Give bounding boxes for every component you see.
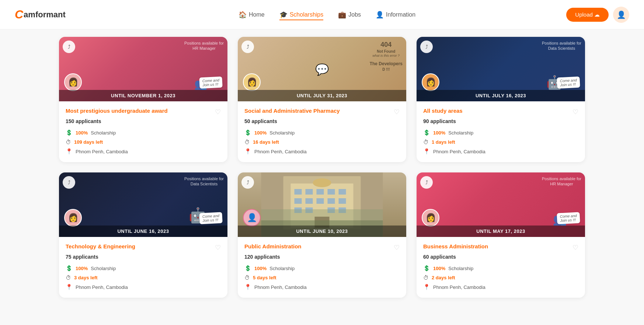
- user-icon: 👤: [617, 10, 626, 19]
- days-item-5: ⏱ 5 days left: [244, 275, 400, 281]
- scholarship-item-1: 💲 100% Scholarship: [66, 129, 221, 136]
- days-item-4: ⏱ 3 days left: [66, 275, 221, 281]
- svg-rect-6: [328, 189, 335, 195]
- share-button-5[interactable]: ⤴: [241, 176, 254, 189]
- card-body-6: Business Administration ♡ 60 applicants …: [417, 237, 585, 298]
- card-meta-5: 💲 100% Scholarship ⏱ 5 days left 📍 Phnom…: [244, 265, 400, 290]
- days-left-5: 5 days left: [253, 275, 276, 280]
- applicants-6: 60 applicants: [423, 254, 578, 260]
- scholarship-pct-3: 100%: [433, 130, 445, 136]
- card-meta-3: 💲 100% Scholarship ⏱ 1 days left 📍 Phnom…: [423, 129, 578, 155]
- card-title-row-6: Business Administration ♡: [423, 243, 578, 252]
- location-icon-6: 📍: [423, 284, 430, 290]
- location-icon-2: 📍: [244, 148, 251, 155]
- nav-home[interactable]: 🏠 Home: [239, 9, 265, 20]
- scholarship-pct-2: 100%: [254, 130, 267, 136]
- nav-scholarships-label: Scholarships: [290, 11, 324, 18]
- scholarship-card-2[interactable]: ⤴ 404 Not Found what is this error ? The…: [238, 37, 406, 162]
- card-deadline-4: UNTIL JUNE 16, 2023: [59, 226, 227, 237]
- nav-right: Upload ☁ 👤: [566, 7, 629, 23]
- favorite-button-1[interactable]: ♡: [215, 108, 221, 116]
- card-meta-1: 💲 100% Scholarship ⏱ 109 days left 📍 Phn…: [66, 129, 221, 155]
- nav-information[interactable]: 👤 Information: [376, 9, 415, 20]
- scholarship-label-1: Scholarship: [91, 130, 116, 136]
- scholarship-card-6[interactable]: ⤴ Positions available for HR Manager 👥 C…: [417, 172, 585, 298]
- favorite-button-2[interactable]: ♡: [394, 108, 400, 116]
- share-button-4[interactable]: ⤴: [63, 176, 75, 189]
- svg-rect-5: [317, 189, 324, 195]
- card-deco-6: Positions available for HR Manager: [542, 176, 581, 187]
- card-avatar-1: 👩: [64, 73, 82, 91]
- come-join-1: Come andJoin us !!!: [199, 76, 223, 88]
- favorite-button-3[interactable]: ♡: [572, 108, 578, 116]
- bubble-deco: 💬: [315, 63, 329, 76]
- dollar-icon-1: 💲: [66, 129, 73, 136]
- nav-jobs[interactable]: 💼 Jobs: [338, 9, 361, 20]
- card-deco-3: Positions available for Data Scientists: [542, 41, 581, 51]
- location-icon-1: 📍: [66, 148, 73, 155]
- share-icon-5: ⤴: [247, 179, 249, 185]
- share-icon-4: ⤴: [68, 179, 70, 185]
- svg-rect-8: [295, 198, 302, 204]
- card-body-4: Technology & Engineering ♡ 75 applicants…: [59, 237, 227, 298]
- logo[interactable]: Camformant: [15, 8, 66, 21]
- jobs-icon: 💼: [338, 11, 346, 19]
- scholarship-label-5: Scholarship: [269, 266, 295, 271]
- card-meta-4: 💲 100% Scholarship ⏱ 3 days left 📍 Phnom…: [66, 265, 221, 290]
- location-5: Phnom Penh, Cambodia: [254, 284, 307, 290]
- scholarship-card-5[interactable]: ⤴ 👤 UNTIL JUNE 10, 2023 Public Administr…: [238, 172, 406, 298]
- card-body-5: Public Administration ♡ 120 applicants 💲…: [238, 237, 406, 298]
- days-item-2: ⏱ 16 days left: [244, 139, 400, 145]
- come-join-6: Come andJoin us !!!: [557, 212, 580, 224]
- scholarship-pct-4: 100%: [76, 266, 88, 271]
- scholarship-card-3[interactable]: ⤴ Positions available for Data Scientist…: [417, 37, 585, 162]
- nav-information-label: Information: [386, 11, 415, 18]
- card-deadline-5: UNTIL JUNE 10, 2023: [238, 226, 406, 237]
- svg-rect-10: [317, 198, 324, 204]
- card-image-4: ⤴ Positions available for Data Scientist…: [59, 172, 227, 237]
- card-title-5: Public Administration: [244, 243, 391, 250]
- card-body-1: Most prestigious undergraduate award ♡ 1…: [59, 101, 227, 162]
- share-button-3[interactable]: ⤴: [420, 41, 433, 53]
- share-button-2[interactable]: ⤴: [241, 41, 254, 53]
- favorite-button-5[interactable]: ♡: [394, 244, 400, 252]
- applicants-1: 150 applicants: [66, 118, 221, 124]
- card-meta-6: 💲 100% Scholarship ⏱ 2 days left 📍 Phnom…: [423, 265, 578, 290]
- share-icon-1: ⤴: [68, 44, 70, 50]
- card-deco-1: Positions available for HR Manager: [184, 41, 224, 51]
- card-deadline-2: UNTIL JULY 31, 2023: [238, 90, 406, 101]
- scholarship-card-1[interactable]: ⤴ Positions available for HR Manager 👥 C…: [59, 37, 227, 162]
- location-item-5: 📍 Phnom Penh, Cambodia: [244, 284, 400, 290]
- clock-icon-5: ⏱: [244, 275, 250, 281]
- days-item-3: ⏱ 1 days left: [423, 139, 578, 145]
- card-title-row-5: Public Administration ♡: [244, 243, 400, 252]
- scholarship-label-4: Scholarship: [91, 266, 116, 271]
- card-avatar-5: 👤: [243, 209, 261, 227]
- days-item-6: ⏱ 2 days left: [423, 275, 578, 281]
- share-button-6[interactable]: ⤴: [420, 176, 433, 189]
- logo-text: amformant: [24, 10, 66, 20]
- favorite-button-6[interactable]: ♡: [572, 244, 578, 252]
- card-avatar-4: 👩: [64, 209, 82, 227]
- location-item-6: 📍 Phnom Penh, Cambodia: [423, 284, 578, 290]
- scholarship-label-6: Scholarship: [448, 266, 473, 271]
- card-deadline-3: UNTIL JULY 16, 2023: [417, 90, 585, 101]
- location-icon-3: 📍: [423, 148, 430, 155]
- card-title-3: All study areas: [423, 107, 570, 115]
- share-button-1[interactable]: ⤴: [63, 41, 75, 53]
- card-avatar-2: 👩: [243, 73, 261, 91]
- location-4: Phnom Penh, Cambodia: [76, 284, 128, 290]
- information-icon: 👤: [376, 11, 384, 19]
- scholarship-card-4[interactable]: ⤴ Positions available for Data Scientist…: [59, 172, 227, 298]
- location-item-2: 📍 Phnom Penh, Cambodia: [244, 148, 400, 155]
- clock-icon-4: ⏱: [66, 275, 71, 281]
- user-icon-button[interactable]: 👤: [613, 7, 629, 23]
- nav-home-label: Home: [249, 11, 265, 18]
- favorite-button-4[interactable]: ♡: [215, 244, 221, 252]
- nav-scholarships[interactable]: 🎓 Scholarships: [279, 9, 324, 20]
- card-meta-2: 💲 100% Scholarship ⏱ 16 days left 📍 Phno…: [244, 129, 400, 155]
- clock-icon-1: ⏱: [66, 139, 71, 145]
- upload-button[interactable]: Upload ☁: [566, 8, 609, 22]
- location-icon-4: 📍: [66, 284, 73, 290]
- card-title-2: Social and Administrative Pharmacy: [244, 107, 391, 115]
